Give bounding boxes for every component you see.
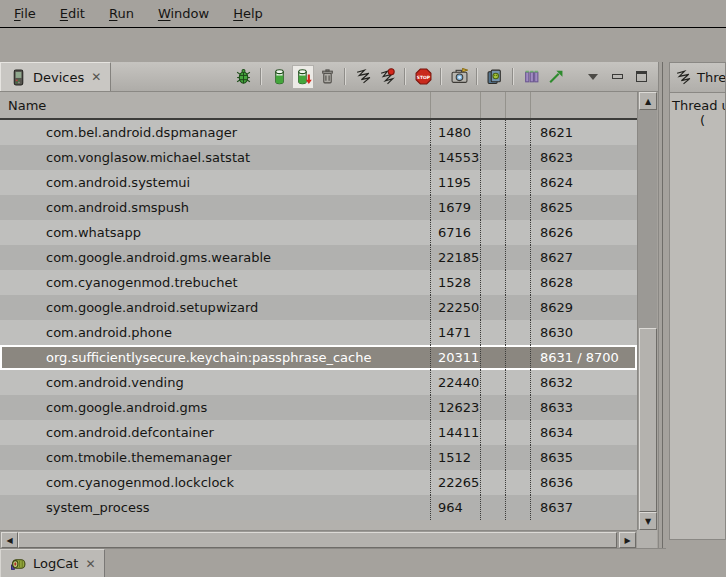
table-row[interactable]: com.android.systemui11958624 [0,170,637,195]
column-header-port[interactable] [530,92,637,118]
threads-red-dot-glyph [379,68,396,85]
panel-sash[interactable] [662,62,663,548]
stop-process-icon[interactable]: STOP [412,65,434,89]
tab-logcat-close-icon[interactable]: ✕ [84,557,95,571]
menu-edit[interactable]: Edit [48,1,97,26]
threads-glyph [355,68,372,85]
scroll-left-button[interactable]: ◀ [1,532,18,548]
cell-c1 [480,345,505,370]
cell-c1 [480,145,505,170]
cell-pid: 1471 [430,320,480,345]
table-row[interactable]: com.google.android.setupwizard222508629 [0,295,637,320]
table-row[interactable]: com.whatsapp67168626 [0,220,637,245]
table-row-selected[interactable]: org.sufficientlysecure.keychain:passphra… [0,345,637,370]
toolbar-separator [512,68,514,85]
cell-name: com.android.smspush [0,195,430,220]
minimize-icon[interactable] [606,65,628,89]
cell-name: com.android.vending [0,370,430,395]
screen-capture-icon[interactable] [448,65,470,89]
stop-sign-label: STOP [416,75,430,80]
debug-icon[interactable] [232,65,254,89]
table-row[interactable]: com.cyanogenmod.trebuchet15288628 [0,270,637,295]
cell-name: com.tmobile.thememanager [0,445,430,470]
update-threads-icon[interactable] [352,65,374,89]
cell-port: 8626 [530,220,637,245]
cell-pid: 964 [430,495,480,520]
maximize-glyph [636,71,647,82]
cell-c2 [505,495,530,520]
tab-threads-label[interactable]: Threads [697,70,725,85]
cell-c1 [480,120,505,145]
menu-help-mnemonic: H [233,6,243,21]
tab-logcat[interactable]: LogCat ✕ [0,549,105,577]
cell-c2 [505,445,530,470]
cell-c1 [480,395,505,420]
update-heap-icon[interactable] [268,65,290,89]
cell-c1 [480,245,505,270]
systrace-icon[interactable] [520,65,542,89]
cell-c2 [505,370,530,395]
table-row[interactable]: com.android.vending224408632 [0,370,637,395]
view-menu-icon[interactable] [582,65,604,89]
profile-threads-icon[interactable] [376,65,398,89]
table-row[interactable]: com.google.android.gms.wearable221858627 [0,245,637,270]
cell-c2 [505,395,530,420]
menu-window-rest: indow [170,6,209,21]
cell-c2 [505,470,530,495]
menu-window-mnemonic: W [158,6,171,21]
trace-bars-glyph [523,68,540,85]
menu-run[interactable]: Run [97,1,146,26]
column-header-pid[interactable] [430,92,480,118]
cell-name: com.android.systemui [0,170,430,195]
table-vertical-scrollbar[interactable]: ▲ ▼ [637,92,657,530]
scroll-down-button[interactable]: ▼ [639,512,657,530]
ui-hierarchy-icon[interactable] [484,65,506,89]
tab-devices[interactable]: Devices ✕ [0,62,111,91]
cell-port: 8627 [530,245,637,270]
table-row[interactable]: com.google.android.gms126238633 [0,395,637,420]
menu-file[interactable]: File [2,1,48,26]
cell-port: 8631 / 8700 [530,345,637,370]
method-profiling-icon[interactable] [544,65,566,89]
cell-port: 8634 [530,420,637,445]
table-row[interactable]: com.android.smspush16798625 [0,195,637,220]
menu-help[interactable]: Help [221,1,275,26]
cell-name: org.sufficientlysecure.keychain:passphra… [0,345,430,370]
scrollbar-corner [637,530,657,548]
cell-name: system_process [0,495,430,520]
column-header-blank2[interactable] [505,92,530,118]
menu-window[interactable]: Window [146,1,221,26]
cell-c1 [480,170,505,195]
cell-pid: 14553 [430,145,480,170]
column-header-blank1[interactable] [480,92,505,118]
table-row[interactable]: com.vonglasow.michael.satstat145538623 [0,145,637,170]
table-row[interactable]: com.android.phone14718630 [0,320,637,345]
scroll-up-button[interactable]: ▲ [639,92,657,110]
cell-c2 [505,420,530,445]
green-arrow-glyph [547,68,564,85]
maximize-icon[interactable] [630,65,652,89]
cell-c2 [505,145,530,170]
cell-name: com.google.android.gms [0,395,430,420]
tab-devices-label: Devices [33,70,84,85]
table-row[interactable]: com.tmobile.thememanager15128635 [0,445,637,470]
table-horizontal-scrollbar[interactable]: ◀ ▶ [0,530,637,548]
scroll-right-button[interactable]: ▶ [619,532,636,548]
horizontal-scrollbar-thumb[interactable] [18,532,617,548]
table-row[interactable]: com.bel.android.dspmanager14808621 [0,120,637,145]
cell-c2 [505,345,530,370]
table-row[interactable]: com.android.defcontainer144118634 [0,420,637,445]
menu-edit-mnemonic: E [60,6,68,21]
vertical-scrollbar-thumb[interactable] [639,328,657,512]
table-row[interactable]: system_process9648637 [0,495,637,520]
dump-hprof-icon[interactable] [292,65,314,89]
cell-name: com.cyanogenmod.lockclock [0,470,430,495]
tab-logcat-label: LogCat [33,556,78,571]
cause-gc-icon[interactable] [316,65,338,89]
cell-pid: 22185 [430,245,480,270]
cell-port: 8621 [530,120,637,145]
cell-c2 [505,120,530,145]
column-header-name[interactable]: Name [0,92,430,118]
tab-devices-close-icon[interactable]: ✕ [90,70,101,84]
table-row[interactable]: com.cyanogenmod.lockclock222658636 [0,470,637,495]
